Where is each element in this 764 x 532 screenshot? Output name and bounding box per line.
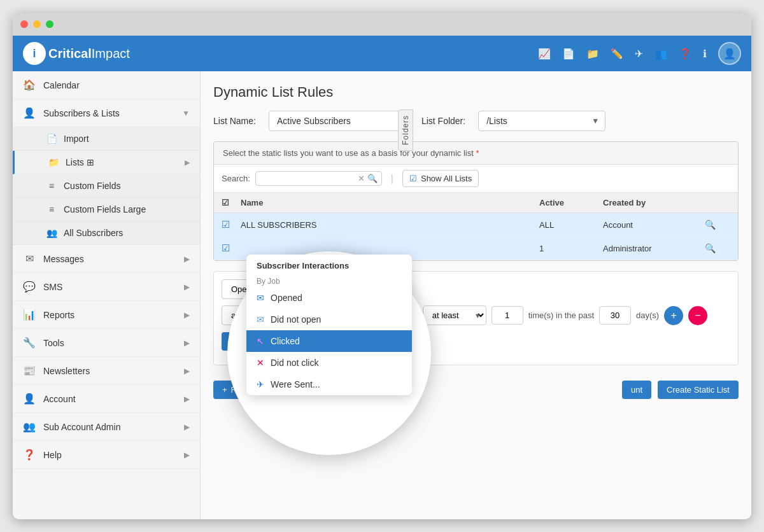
custom-fields-large-icon: ≡ [46, 204, 57, 214]
sidebar-item-custom-fields[interactable]: ≡ Custom Fields [13, 174, 200, 198]
required-marker: * [476, 148, 479, 158]
row-checkbox[interactable]: ☑ [222, 219, 241, 230]
sidebar-item-help[interactable]: ❓ Help ▶ [13, 441, 200, 469]
dropdown-item-opened[interactable]: ✉ Opened [246, 287, 412, 309]
chart-icon[interactable]: 📈 [538, 48, 551, 60]
row-name: ALL SUBSCRIBERS [241, 220, 539, 230]
sidebar-item-all-subscribers[interactable]: 👥 All Subscribers [13, 221, 200, 245]
sidebar-item-import[interactable]: 📄 Import [13, 127, 200, 151]
chevron-right-icon: ▶ [184, 339, 190, 347]
chevron-right-icon: ▶ [184, 283, 190, 291]
dropdown-item-label: Were Sent... [271, 379, 320, 389]
lists-folder-icon: 📁 [48, 157, 59, 167]
search-label: Search: [222, 174, 250, 183]
dropdown-overlay: Subscriber Interactions By Job ✉ Opened … [246, 249, 412, 395]
reset-button[interactable]: unt [622, 381, 651, 399]
col-name: Name [241, 198, 539, 207]
search-input-wrapper: ✕ 🔍 [255, 171, 382, 186]
document-icon[interactable]: 📄 [562, 48, 575, 60]
main: 🏠 Calendar 👤 Subscribers & Lists ▼ 📄 Imp… [13, 71, 751, 519]
newsletters-icon: 📰 [23, 365, 36, 377]
sms-icon: 💬 [23, 281, 36, 293]
dropdown-menu[interactable]: Subscriber Interactions By Job ✉ Opened … [246, 255, 412, 395]
sidebar-item-sms[interactable]: 💬 SMS ▶ [13, 273, 200, 301]
sidebar-item-label: Reports [43, 310, 74, 320]
logo: i CriticalImpact [23, 42, 130, 65]
checkbox-icon: ☑ [409, 174, 417, 183]
chevron-right-icon: ▶ [184, 451, 190, 459]
col-created-by: Created by [603, 198, 705, 207]
messages-icon: ✉ [23, 253, 36, 265]
create-static-list-button[interactable]: Create Static List [658, 381, 739, 399]
sub-account-icon: 👥 [23, 421, 36, 433]
avatar[interactable]: 👤 [718, 42, 741, 65]
row-created-by: Account [603, 220, 705, 230]
tools-icon: 🔧 [23, 337, 36, 349]
sidebar-item-label: Sub Account Admin [43, 422, 120, 432]
table-row[interactable]: ☑ ALL SUBSCRIBERS ALL Account 🔍 [214, 213, 738, 237]
row-search-icon[interactable]: 🔍 [705, 220, 730, 230]
remove-rule-button[interactable]: − [688, 306, 707, 325]
days-label: day(s) [636, 311, 659, 320]
dropdown-item-did-not-open[interactable]: ✉ Did not open [246, 309, 412, 330]
form-row: List Name: List Folder: /Lists ▼ [213, 111, 739, 131]
app: i CriticalImpact 📈 📄 📁 ✏️ ✈ 👥 ❓ ℹ 👤 [13, 36, 751, 519]
sidebar-item-custom-fields-large[interactable]: ≡ Custom Fields Large [13, 198, 200, 221]
sidebar-item-messages[interactable]: ✉ Messages ▶ [13, 245, 200, 273]
sidebar-item-lists[interactable]: 📁 Lists ⊞ ▶ [13, 151, 200, 174]
sidebar-sub-item-label: All Subscribers [64, 228, 123, 238]
paper-plane-icon: ✈ [257, 379, 264, 389]
sidebar-item-tools[interactable]: 🔧 Tools ▶ [13, 329, 200, 357]
sidebar-item-sub-account-admin[interactable]: 👥 Sub Account Admin ▶ [13, 413, 200, 441]
list-name-input[interactable] [269, 111, 409, 131]
row-checkbox[interactable]: ☑ [222, 242, 241, 254]
times-input[interactable] [492, 306, 523, 325]
sidebar: 🏠 Calendar 👤 Subscribers & Lists ▼ 📄 Imp… [13, 71, 201, 519]
close-button[interactable] [20, 20, 28, 28]
help-icon[interactable]: ❓ [679, 48, 691, 60]
sidebar-item-newsletters[interactable]: 📰 Newsletters ▶ [13, 357, 200, 385]
account-icon: 👤 [23, 393, 36, 405]
sidebar-item-account[interactable]: 👤 Account ▶ [13, 385, 200, 413]
dropdown-item-clicked[interactable]: ↖ Clicked [246, 330, 412, 352]
sidebar-submenu: 📄 Import 📁 Lists ⊞ ▶ ≡ Custom Fields ≡ [13, 127, 200, 245]
list-folder-wrapper: /Lists ▼ [478, 111, 605, 131]
sidebar-item-reports[interactable]: 📊 Reports ▶ [13, 301, 200, 329]
folders-tab[interactable]: Folders [398, 109, 413, 151]
list-folder-select[interactable]: /Lists [478, 111, 605, 131]
clear-search-icon[interactable]: ✕ [358, 174, 365, 183]
search-input[interactable] [260, 174, 355, 183]
row-search-icon[interactable]: 🔍 [705, 243, 730, 253]
header: i CriticalImpact 📈 📄 📁 ✏️ ✈ 👥 ❓ ℹ 👤 [13, 36, 751, 71]
content-area: Dynamic List Rules List Name: List Folde… [201, 71, 751, 519]
chevron-right-icon: ▶ [184, 423, 190, 431]
search-magnifier-icon[interactable]: 🔍 [367, 174, 378, 183]
table-header: ☑ Name Active Created by [214, 193, 738, 213]
sidebar-item-subscribers-lists[interactable]: 👤 Subscribers & Lists ▼ [13, 99, 200, 127]
info-icon[interactable]: ℹ [703, 48, 707, 60]
users-icon[interactable]: 👥 [654, 48, 667, 60]
maximize-button[interactable] [46, 20, 53, 28]
dropdown-item-label: Clicked [271, 336, 300, 346]
minimize-button[interactable] [33, 20, 41, 28]
dropdown-item-did-not-click[interactable]: ✕ Did not click [246, 352, 412, 374]
sidebar-item-calendar[interactable]: 🏠 Calendar [13, 71, 200, 99]
edit-icon[interactable]: ✏️ [611, 48, 623, 60]
chevron-right-icon: ▶ [185, 158, 190, 167]
cursor-icon: ↖ [257, 336, 264, 346]
add-rule-button[interactable]: + [664, 306, 683, 325]
dropdown-sub-label: By Job [246, 274, 412, 287]
atleast-select[interactable]: at least at most [423, 305, 486, 325]
titlebar [13, 13, 751, 36]
sidebar-sub-item-label: Custom Fields [64, 181, 120, 191]
show-all-lists-button[interactable]: ☑ Show All Lists [402, 170, 479, 187]
dropdown-item-were-sent[interactable]: ✈ Were Sent... [246, 374, 412, 395]
logo-icon: i [23, 42, 46, 65]
folder-icon[interactable]: 📁 [586, 48, 599, 60]
custom-fields-icon: ≡ [46, 181, 57, 191]
row-created-by: Administrator [603, 244, 705, 253]
send-icon[interactable]: ✈ [635, 48, 643, 60]
days-input[interactable] [599, 306, 631, 325]
sidebar-item-label: Calendar [43, 80, 80, 90]
subscribers-icon: 👤 [23, 107, 36, 119]
